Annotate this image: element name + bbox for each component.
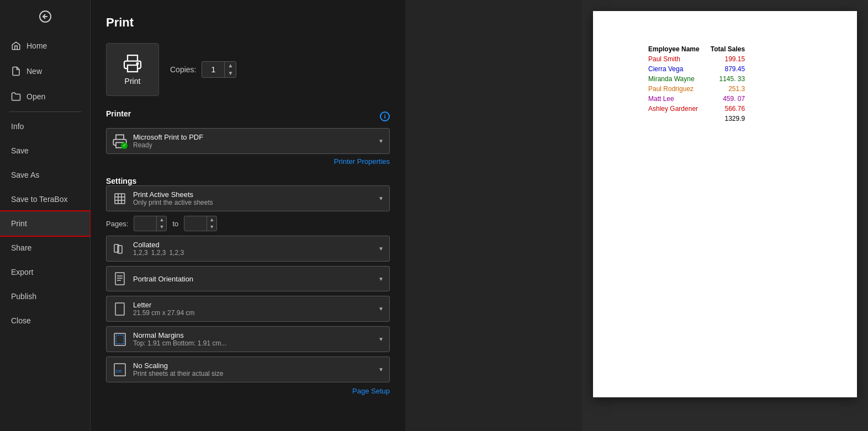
info-icon[interactable]: i [380, 111, 390, 121]
pages-from-input[interactable] [134, 217, 156, 230]
preview-cell-name: Matt Lee [648, 94, 711, 104]
svg-rect-6 [115, 194, 125, 204]
preview-cell-total-label [648, 114, 711, 124]
copies-up-button[interactable]: ▲ [225, 62, 236, 70]
sidebar-item-publish-label: Publish [11, 292, 36, 301]
table-row: Paul Rodriguez 251.3 [648, 84, 745, 94]
printer-header: Printer i [106, 109, 390, 124]
print-button[interactable]: Print [106, 43, 159, 96]
sidebar-item-export[interactable]: Export [0, 260, 90, 284]
margins-dropdown[interactable]: Normal Margins Top: 1.91 cm Bottom: 1.91… [106, 326, 390, 352]
preview-cell-sales: 879.45 [711, 64, 745, 74]
print-button-label: Print [125, 77, 141, 86]
sidebar-item-save-as[interactable]: Save As [0, 163, 90, 187]
pages-to-wrap: ▲ ▼ [184, 216, 217, 231]
scaling-dropdown[interactable]: 100 No Scaling Print sheets at their act… [106, 356, 390, 382]
sidebar-item-save-to-terabox[interactable]: Save to TeraBox [0, 187, 90, 211]
sidebar-item-share-label: Share [11, 243, 31, 252]
sidebar-item-home-label: Home [27, 41, 47, 50]
copies-spinner: ▲ ▼ [202, 61, 236, 78]
back-button[interactable] [0, 0, 90, 33]
margins-title: Normal Margins [133, 331, 373, 339]
svg-rect-17 [115, 303, 124, 315]
sidebar-item-home[interactable]: Home [0, 33, 90, 58]
sidebar-item-save-to-terabox-label: Save to TeraBox [11, 195, 67, 204]
table-row: Matt Lee 459. 07 [648, 94, 745, 104]
printer-icon-wrap: ✓ [112, 134, 128, 149]
sidebar-item-print-label: Print [11, 219, 27, 228]
pages-to-input[interactable] [184, 217, 207, 230]
pages-to-up[interactable]: ▲ [207, 216, 216, 224]
sidebar: Home New Open Info Save Save As Save to … [0, 0, 91, 431]
scaling-title: No Scaling [133, 361, 373, 370]
preview-cell-name: Paul Smith [648, 54, 711, 64]
preview-table: Employee Name Total Sales Paul Smith 199… [648, 44, 745, 124]
printer-properties-link[interactable]: Printer Properties [106, 157, 390, 166]
pages-to-down[interactable]: ▼ [207, 224, 216, 231]
copies-input[interactable] [202, 63, 224, 76]
svg-rect-2 [128, 65, 137, 72]
print-settings-panel: Print Print Copies: ▲ ▼ [91, 0, 405, 431]
collated-title: Collated [133, 241, 373, 249]
sidebar-item-export-label: Export [11, 268, 33, 276]
preview-cell-sales: 199.15 [711, 54, 745, 64]
printer-dropdown[interactable]: ✓ Microsoft Print to PDF Ready ▼ [106, 128, 390, 154]
pages-from-down[interactable]: ▼ [157, 224, 166, 231]
collated-text: Collated 1,2,3 1,2,3 1,2,3 [133, 241, 373, 257]
preview-cell-name: Miranda Wayne [648, 74, 711, 84]
pages-label: Pages: [106, 220, 128, 228]
printer-section: Printer i ✓ Microsoft Print to PDF Ready [106, 109, 390, 166]
sidebar-item-info[interactable]: Info [0, 114, 90, 139]
active-sheets-icon [112, 191, 128, 206]
copies-arrows: ▲ ▼ [224, 62, 236, 77]
sidebar-item-share[interactable]: Share [0, 236, 90, 260]
printer-dropdown-arrow: ▼ [378, 138, 384, 144]
sidebar-item-close[interactable]: Close [0, 308, 90, 333]
scaling-dropdown-arrow: ▼ [378, 366, 384, 373]
sidebar-item-print[interactable]: Print [0, 211, 90, 236]
preview-cell-sales: 251.3 [711, 84, 745, 94]
orientation-title: Portrait Orientation [133, 275, 373, 283]
sidebar-item-open[interactable]: Open [0, 84, 90, 109]
svg-rect-19 [116, 335, 124, 344]
preview-cell-total: 1329.9 [711, 114, 745, 124]
pages-to-label: to [172, 220, 178, 228]
preview-cell-name: Ashley Gardener [648, 104, 711, 114]
preview-cell-sales: 566.76 [711, 104, 745, 114]
settings-section-label: Settings [106, 177, 136, 185]
sidebar-item-save-as-label: Save As [11, 171, 39, 179]
sidebar-item-publish[interactable]: Publish [0, 284, 90, 308]
orientation-dropdown-arrow: ▼ [378, 276, 384, 282]
preview-spacer [405, 0, 582, 431]
page-setup-link[interactable]: Page Setup [106, 387, 390, 395]
collated-dropdown[interactable]: Collated 1,2,3 1,2,3 1,2,3 ▼ [106, 236, 390, 262]
svg-rect-13 [115, 273, 124, 285]
preview-header-name: Employee Name [648, 44, 711, 54]
sidebar-item-save-label: Save [11, 146, 29, 155]
table-row: Paul Smith 199.15 [648, 54, 745, 64]
printer-status: Ready [133, 141, 373, 149]
copies-label: Copies: [170, 65, 196, 74]
print-action-area: Print Copies: ▲ ▼ [106, 43, 390, 96]
sidebar-item-new[interactable]: New [0, 58, 90, 84]
sidebar-item-close-label: Close [11, 316, 31, 325]
preview-cell-sales: 1145. 33 [711, 74, 745, 84]
paper-size-title: Letter [133, 301, 373, 309]
print-active-sheets-dropdown[interactable]: Print Active Sheets Only print the activ… [106, 185, 390, 211]
margins-sub: Top: 1.91 cm Bottom: 1.91 cm... [133, 339, 373, 347]
active-sheets-title: Print Active Sheets [133, 190, 373, 199]
orientation-dropdown[interactable]: Portrait Orientation ▼ [106, 266, 390, 291]
copies-area: Copies: ▲ ▼ [170, 61, 236, 78]
pages-from-up[interactable]: ▲ [157, 216, 166, 224]
copies-down-button[interactable]: ▼ [225, 70, 236, 77]
pages-to-arrows: ▲ ▼ [207, 216, 216, 231]
pages-from-wrap: ▲ ▼ [134, 216, 167, 231]
sidebar-item-save[interactable]: Save [0, 139, 90, 163]
margins-text: Normal Margins Top: 1.91 cm Bottom: 1.91… [133, 331, 373, 347]
paper-size-text: Letter 21.59 cm x 27.94 cm [133, 301, 373, 317]
collated-sub: 1,2,3 1,2,3 1,2,3 [133, 249, 373, 257]
orientation-text: Portrait Orientation [133, 275, 373, 283]
pages-row: Pages: ▲ ▼ to ▲ ▼ [106, 216, 390, 231]
paper-size-dropdown[interactable]: Letter 21.59 cm x 27.94 cm ▼ [106, 296, 390, 322]
svg-point-4 [137, 63, 139, 65]
